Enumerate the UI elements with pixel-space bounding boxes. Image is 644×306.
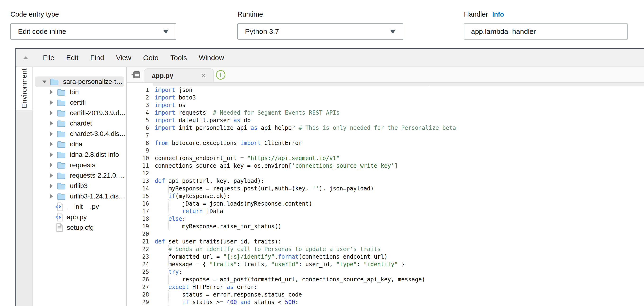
tree-item-app.py[interactable]: app.py xyxy=(33,212,126,222)
code-line-7 xyxy=(153,132,644,139)
code-line-25: try: xyxy=(153,268,644,276)
editor-body: Environment sara-personalize-test bin ce… xyxy=(16,67,644,306)
code-line-8: from botocore.exceptions import ClientEr… xyxy=(153,139,644,147)
collapsed-triangle-icon[interactable] xyxy=(50,111,53,115)
line-number: 29 xyxy=(127,299,153,306)
folder-icon xyxy=(57,151,66,158)
code-line-5: import dateutil.parser as dp xyxy=(153,116,644,124)
folder-icon xyxy=(57,99,66,106)
tree-item-certifi-2019.3.9.dist-info[interactable]: certifi-2019.3.9.dist-info xyxy=(33,108,126,118)
menu-view[interactable]: View xyxy=(114,54,134,62)
collapse-panel-icon[interactable] xyxy=(23,56,28,59)
tree-item-label: chardet xyxy=(70,120,92,127)
tab-app-py-label: app.py xyxy=(152,72,173,80)
line-number: 5 xyxy=(127,116,153,124)
python-file-icon xyxy=(56,202,63,211)
runtime-label-text: Runtime xyxy=(238,10,263,18)
page: Code entry type Edit code inline Runtime… xyxy=(0,0,644,306)
code-entry-type-select[interactable]: Edit code inline xyxy=(10,23,176,39)
menu-edit[interactable]: Edit xyxy=(64,54,81,62)
code-line-16: jData = json.loads(myResponse.content) xyxy=(153,200,644,208)
code-line-17: return jData xyxy=(153,208,644,215)
editor-menubar: FileEditFindViewGotoToolsWindow xyxy=(16,49,644,67)
expanded-triangle-icon[interactable] xyxy=(42,80,46,83)
line-number: 25 xyxy=(127,268,153,276)
line-number: 10 xyxy=(127,154,153,162)
tab-bar: app.py × + xyxy=(127,67,644,83)
handler-input[interactable] xyxy=(464,23,628,39)
tree-item-label: urllib3-1.24.1.dist-info xyxy=(70,193,126,200)
tree-item-certifi[interactable]: certifi xyxy=(33,97,126,108)
code-entry-type-value: Edit code inline xyxy=(18,27,66,35)
menu-goto[interactable]: Goto xyxy=(141,54,161,62)
tree-item-sara-personalize-test[interactable]: sara-personalize-test xyxy=(35,76,124,87)
line-number: 14 xyxy=(127,185,153,192)
close-tab-icon[interactable]: × xyxy=(201,71,206,80)
code-line-14: myResponse = requests.post(url,auth=(key… xyxy=(153,185,644,192)
runtime-select[interactable]: Python 3.7 xyxy=(238,23,403,39)
collapsed-triangle-icon[interactable] xyxy=(50,173,53,178)
tree-item-label: certifi-2019.3.9.dist-info xyxy=(70,109,126,117)
handler-info-link[interactable]: Info xyxy=(492,11,504,18)
file-tree: sara-personalize-test bin certifi certif… xyxy=(33,67,127,306)
collapsed-triangle-icon[interactable] xyxy=(50,194,53,199)
menu-window[interactable]: Window xyxy=(196,54,226,62)
new-tab-button[interactable]: + xyxy=(216,70,225,80)
code-line-12 xyxy=(153,170,644,177)
collapsed-triangle-icon[interactable] xyxy=(50,163,53,167)
line-number: 22 xyxy=(127,245,153,253)
collapsed-triangle-icon[interactable] xyxy=(50,100,53,105)
collapsed-triangle-icon[interactable] xyxy=(50,184,53,188)
folder-icon xyxy=(57,161,66,169)
code-entry-type-label: Code entry type xyxy=(10,10,176,18)
menu-file[interactable]: File xyxy=(40,54,57,62)
code-line-18: else: xyxy=(153,215,644,223)
collapsed-triangle-icon[interactable] xyxy=(50,121,53,126)
tree-item-requests[interactable]: requests xyxy=(33,160,126,170)
code-line-22: # Sends an identify call to Personas to … xyxy=(153,245,644,253)
tree-item-idna[interactable]: idna xyxy=(33,139,126,149)
tree-item-urllib3-1.24.1.dist-info[interactable]: urllib3-1.24.1.dist-info xyxy=(33,191,126,202)
collapsed-triangle-icon[interactable] xyxy=(50,90,53,94)
tree-item-label: requests-2.21.0.dist-info xyxy=(70,172,126,179)
code-line-27: except HTTPError as error: xyxy=(153,283,644,291)
tree-item-bin[interactable]: bin xyxy=(33,87,126,97)
collapsed-triangle-icon[interactable] xyxy=(50,132,53,136)
code-line-3: import os xyxy=(153,101,644,109)
line-number: 27 xyxy=(127,283,153,291)
tree-item-__init__.py[interactable]: __init__.py xyxy=(33,202,126,212)
tree-item-requests-2.21.0.dist-info[interactable]: requests-2.21.0.dist-info xyxy=(33,170,126,181)
collapsed-triangle-icon[interactable] xyxy=(50,142,53,146)
menu-find[interactable]: Find xyxy=(88,54,106,62)
folder-icon xyxy=(57,88,66,96)
tree-item-urllib3[interactable]: urllib3 xyxy=(33,181,126,191)
line-number: 28 xyxy=(127,291,153,299)
code-line-24: message = { "traits": traits, "userId": … xyxy=(153,261,644,268)
line-number: 16 xyxy=(127,200,153,208)
tree-item-setup.cfg[interactable]: setup.cfg xyxy=(33,222,126,233)
line-number: 11 xyxy=(127,162,153,170)
tree-item-chardet[interactable]: chardet xyxy=(33,118,126,129)
collapsed-triangle-icon[interactable] xyxy=(50,153,53,157)
code-content[interactable]: import jsonimport boto3import osimport r… xyxy=(153,83,644,306)
tab-list-icon[interactable] xyxy=(132,71,141,79)
line-number: 12 xyxy=(127,170,153,177)
python-file-icon xyxy=(56,213,63,222)
environment-tab[interactable]: Environment xyxy=(16,67,32,110)
folder-icon xyxy=(57,140,66,148)
tab-app-py[interactable]: app.py × xyxy=(144,68,214,82)
chevron-down-icon xyxy=(163,30,169,34)
menu-tools[interactable]: Tools xyxy=(168,54,189,62)
folder-icon xyxy=(57,130,66,138)
tree-item-label: app.py xyxy=(67,213,87,221)
tree-item-chardet-3.0.4.dist-info[interactable]: chardet-3.0.4.dist-info xyxy=(33,129,126,139)
code-entry-type-label-text: Code entry type xyxy=(10,10,59,18)
code-area: 1234567891011121314151617181920212223242… xyxy=(127,83,644,306)
field-code-entry-type: Code entry type Edit code inline xyxy=(10,10,176,39)
code-line-9 xyxy=(153,147,644,154)
code-line-1: import json xyxy=(153,86,644,94)
runtime-value: Python 3.7 xyxy=(245,27,279,35)
tree-item-label: idna xyxy=(70,140,82,148)
tree-item-idna-2.8.dist-info[interactable]: idna-2.8.dist-info xyxy=(33,149,126,160)
left-tab-strip: Environment xyxy=(16,67,33,306)
